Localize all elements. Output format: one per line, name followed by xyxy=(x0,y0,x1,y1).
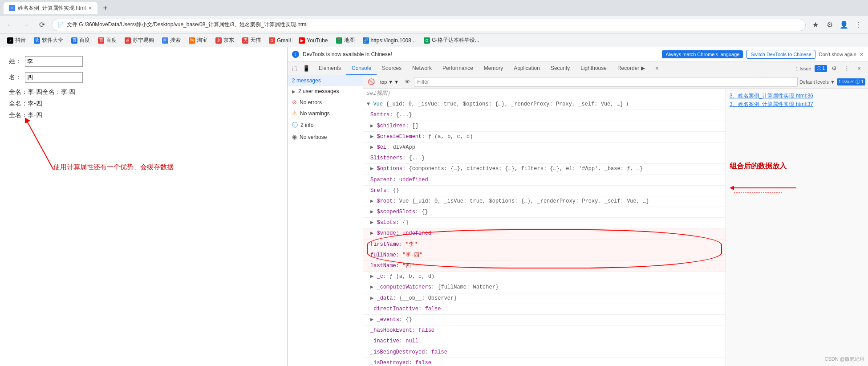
tianmao-icon: 天 xyxy=(242,37,248,44)
sidebar-user-messages[interactable]: ▶ 2 user messages xyxy=(288,86,363,97)
bookmark-label: 搜索 xyxy=(170,37,181,44)
nav-bar: ← → ⟳ 📄 文件 G:/360MoveData/Users/静小文/Desk… xyxy=(0,16,868,34)
active-tab[interactable]: V 姓名案例_计算属性实现.html × xyxy=(4,2,97,14)
tab-security[interactable]: Security xyxy=(545,62,575,75)
tab-recorder[interactable]: Recorder ▶ xyxy=(612,62,650,75)
console-filter-area: 🚫 top ▼ ▼ 👁 Default levels ▼ 1 Issue: ⓘ … xyxy=(363,75,868,366)
tab-lighthouse[interactable]: Lighthouse xyxy=(575,62,612,75)
console-line-el: ▶ $el: div#App xyxy=(363,142,726,153)
console-line-slots: ▶ $slots: {} xyxy=(363,218,726,228)
profile-button[interactable]: 👤 xyxy=(838,19,850,31)
reload-button[interactable]: ⟳ xyxy=(36,19,48,31)
tab-elements[interactable]: Elements xyxy=(313,62,346,75)
console-output: sel视图） ▼ Vue {_uid: 0, _isVue: true, $op… xyxy=(363,89,726,366)
dont-show-again-link[interactable]: Don't show again xyxy=(819,52,856,57)
sidebar-no-errors-label: No errors xyxy=(300,99,322,106)
bookmark-login[interactable]: 🔗 https://login.1008... xyxy=(359,36,419,45)
bookmark-gmail[interactable]: G Gmail xyxy=(265,36,294,45)
sidebar-no-verbose[interactable]: ◉ No verbose xyxy=(288,131,363,142)
gmail-icon: G xyxy=(269,37,275,44)
console-line-root: ▶ $root: Vue {_uid: 0, _isVue: true, $op… xyxy=(363,196,726,207)
extensions-button[interactable]: ⚙ xyxy=(823,19,836,31)
console-area: 2 messages ▶ 2 user messages ⊘ No errors… xyxy=(288,75,868,366)
right-panel-link-1[interactable]: 3、姓名案例_计算属性实现.html:36 xyxy=(730,92,864,100)
svg-line-0 xyxy=(27,121,53,170)
bookmark-jd[interactable]: 京 京东 xyxy=(212,35,238,45)
software-icon: 软 xyxy=(34,37,40,44)
verbose-icon: ◉ xyxy=(292,134,297,140)
clear-console-button[interactable]: 🚫 xyxy=(366,77,377,87)
tab-performance[interactable]: Performance xyxy=(437,62,479,75)
bookmark-actions: ★ ⚙ 👤 ⋮ xyxy=(809,19,864,31)
console-line-scopedslots: ▶ $scopedSlots: {} xyxy=(363,207,726,218)
level-filter-dropdown[interactable]: top ▼ ▼ xyxy=(378,78,401,85)
sidebar-no-errors[interactable]: ⊘ No errors xyxy=(288,97,363,108)
dropdown-chevron-icon: ▼ xyxy=(394,79,399,85)
bookmark-label: 百度 xyxy=(79,37,90,44)
youtube-icon: ▶ xyxy=(299,37,305,44)
bookmark-map[interactable]: 📍 地图 xyxy=(333,35,358,45)
tab-network[interactable]: Network xyxy=(407,62,437,75)
bookmark-label: Gmail xyxy=(277,37,291,44)
baidu1-icon: 百 xyxy=(71,37,77,44)
first-name-label: 名： xyxy=(9,73,21,81)
bookmark-baidu2[interactable]: 百 百度 xyxy=(94,35,120,45)
bookmark-suning[interactable]: 苏 苏宁易购 xyxy=(121,35,158,45)
baidu2-icon: 百 xyxy=(98,37,104,44)
forward-button[interactable]: → xyxy=(20,19,32,31)
console-line-attrs: $attrs: {...} xyxy=(363,110,726,121)
bookmark-tianmao[interactable]: 天 天猫 xyxy=(239,35,264,45)
right-panel-link-2[interactable]: 3、姓名案例_计算属性实现.html:37 xyxy=(730,101,864,108)
issue-count-label: 1 Issue: xyxy=(795,66,813,71)
tab-sources[interactable]: Sources xyxy=(377,62,407,75)
fullname-line-3: 全名：李-四 xyxy=(9,111,278,119)
devtools-close-button[interactable]: × xyxy=(854,63,864,74)
sidebar-2-info[interactable]: ⓘ 2 info xyxy=(288,119,363,131)
bookmark-software[interactable]: 软 软件大全 xyxy=(30,35,67,45)
tab-memory[interactable]: Memory xyxy=(479,62,508,75)
highlighted-section: ▶ $vnode: undefined firstName: "李" fullN… xyxy=(363,228,726,272)
bookmark-search[interactable]: 🔍 搜索 xyxy=(158,35,184,45)
new-tab-button[interactable]: + xyxy=(99,2,112,14)
tab-application[interactable]: Application xyxy=(508,62,545,75)
console-line-hashookevent: _hasHookEvent: false xyxy=(363,325,726,336)
bookmark-label: 天猫 xyxy=(250,37,261,44)
console-line[interactable]: ▼ Vue {_uid: 0, _isVue: true, $options: … xyxy=(363,99,726,110)
tab-close-button[interactable]: × xyxy=(89,4,92,12)
browser-chrome: V 姓名案例_计算属性实现.html × + ← → ⟳ 📄 文件 G:/360… xyxy=(0,0,868,47)
eye-toggle-button[interactable]: 👁 xyxy=(402,77,412,87)
default-levels-dropdown[interactable]: Default levels ▼ xyxy=(799,79,835,85)
bookmark-star-button[interactable]: ★ xyxy=(809,19,822,31)
console-line-isbeingdestroyed: _isBeingDestroyed: false xyxy=(363,347,726,358)
info-icon: ⓘ xyxy=(292,121,298,129)
bookmark-tiktok[interactable]: ♪ 抖音 xyxy=(4,35,29,45)
expand-vue-icon[interactable]: ▼ xyxy=(367,101,373,107)
device-toolbar-button[interactable]: 📱 xyxy=(301,63,312,74)
switch-devtools-button[interactable]: Switch DevTools to Chinese xyxy=(746,50,815,59)
notification-close-button[interactable]: × xyxy=(860,51,864,58)
match-language-button[interactable]: Always match Chrome's language xyxy=(662,50,743,58)
sidebar-no-warnings[interactable]: ⚠ No warnings xyxy=(288,108,363,119)
devtools-more-button[interactable]: ⋮ xyxy=(841,63,852,74)
address-bar[interactable]: 📄 文件 G:/360MoveData/Users/静小文/Desktop/vu… xyxy=(52,19,806,31)
inspect-element-button[interactable]: ⬚ xyxy=(289,63,300,74)
devtools-panel: i DevTools is now available in Chinese! … xyxy=(287,47,868,366)
last-name-input[interactable] xyxy=(25,56,83,67)
bookmark-baidu1[interactable]: 百 百度 xyxy=(68,35,93,45)
console-sidebar: 2 messages ▶ 2 user messages ⊘ No errors… xyxy=(288,75,363,366)
tab-title: 姓名案例_计算属性实现.html xyxy=(18,4,86,12)
bookmark-youtube[interactable]: ▶ YouTube xyxy=(295,36,331,45)
devtools-settings-button[interactable]: ⚙ xyxy=(829,63,840,74)
console-line-listeners: $listeners: {...} xyxy=(363,153,726,164)
main-area: 姓： 名： 全名：李-四全名：李-四 全名：李-四 全名：李-四 使用计算属性还… xyxy=(0,47,868,366)
tab-console[interactable]: Console xyxy=(346,62,377,75)
back-button[interactable]: ← xyxy=(4,19,16,31)
first-name-input[interactable] xyxy=(25,72,83,83)
menu-button[interactable]: ⋮ xyxy=(852,19,864,31)
bookmark-taobao[interactable]: 淘 淘宝 xyxy=(185,35,211,45)
tab-more[interactable]: » xyxy=(650,62,664,75)
console-filter-input[interactable] xyxy=(414,77,798,87)
bookmark-gezi[interactable]: G G·格子达本科毕设... xyxy=(420,35,483,45)
sidebar-2-messages[interactable]: 2 messages xyxy=(288,75,363,86)
bookmark-label: 软件大全 xyxy=(42,37,63,44)
